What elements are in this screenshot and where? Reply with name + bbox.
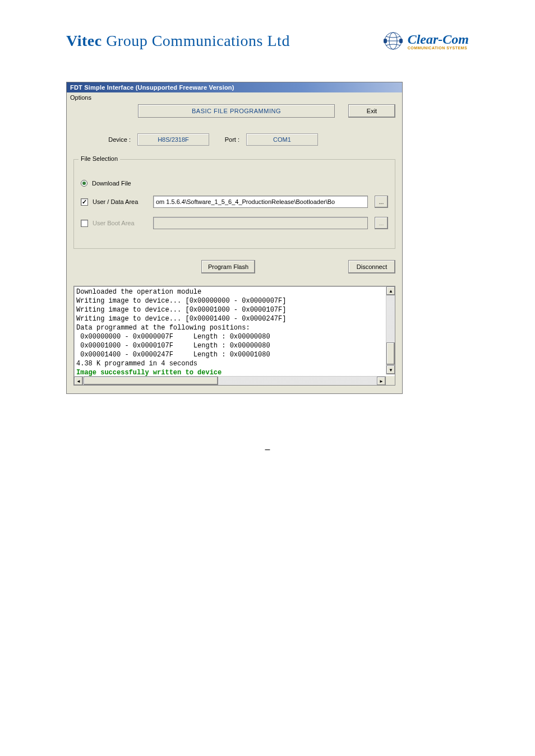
globe-icon xyxy=(383,31,403,51)
radio-icon xyxy=(81,180,87,187)
logo-subtext: COMMUNICATION SYSTEMS xyxy=(408,46,467,50)
user-boot-label: User Boot Area xyxy=(93,220,149,226)
device-field: H8S/2318F xyxy=(137,133,209,146)
exit-button-label: Exit xyxy=(367,108,377,114)
footer-dash: – xyxy=(66,444,469,454)
fdt-window: FDT Simple Interface (Unsupported Freewa… xyxy=(66,82,403,394)
scroll-up-icon[interactable]: ▲ xyxy=(386,286,395,295)
logo-brand-text: Clear-Com xyxy=(408,33,469,46)
menu-options-label: Options xyxy=(70,94,91,101)
company-name-bold: Vitec xyxy=(66,32,102,49)
panel-title: BASIC FILE PROGRAMMING xyxy=(138,104,335,118)
user-data-checkbox[interactable] xyxy=(81,198,88,206)
ellipsis-icon: ... xyxy=(379,199,384,205)
menu-options[interactable]: Options xyxy=(67,92,402,104)
download-file-radio-row[interactable]: Download File xyxy=(81,180,388,187)
device-label: Device : xyxy=(73,136,134,143)
user-data-path-field[interactable]: om 1.5.6.4\Software_1_5_6_4_ProductionRe… xyxy=(153,196,368,208)
download-file-label: Download File xyxy=(92,180,131,187)
window-titlebar: FDT Simple Interface (Unsupported Freewa… xyxy=(67,82,402,92)
vertical-scrollbar[interactable]: ▲ ▼ xyxy=(386,286,395,374)
user-data-browse-button[interactable]: ... xyxy=(375,196,388,208)
port-field: COM1 xyxy=(246,133,318,146)
svg-rect-4 xyxy=(399,39,403,43)
port-label: Port : xyxy=(213,136,243,143)
user-boot-browse-button[interactable]: ... xyxy=(375,217,388,229)
company-name: Vitec Group Communications Ltd xyxy=(66,32,290,50)
exit-button[interactable]: Exit xyxy=(348,104,395,118)
scroll-right-icon[interactable]: ► xyxy=(377,377,386,386)
scroll-corner xyxy=(386,376,395,385)
scroll-thumb-h[interactable] xyxy=(84,377,218,385)
scroll-down-icon[interactable]: ▼ xyxy=(386,365,395,374)
user-boot-path-field xyxy=(153,217,368,229)
user-boot-checkbox[interactable] xyxy=(81,220,88,227)
horizontal-scrollbar[interactable]: ◄ ► xyxy=(74,376,386,385)
disconnect-label: Disconnect xyxy=(357,263,387,270)
disconnect-button[interactable]: Disconnect xyxy=(348,260,395,273)
company-name-light: Group Communications Ltd xyxy=(102,32,290,49)
program-flash-button[interactable]: Program Flash xyxy=(201,260,255,273)
file-selection-legend: File Selection xyxy=(79,155,120,162)
log-output: Downloaded the operation module Writing … xyxy=(73,286,395,386)
svg-rect-3 xyxy=(384,39,387,43)
file-selection-group: File Selection Download File User / Data… xyxy=(73,159,395,249)
program-flash-label: Program Flash xyxy=(208,263,248,270)
user-data-label: User / Data Area xyxy=(93,198,149,205)
ellipsis-icon: ... xyxy=(379,220,384,226)
scroll-left-icon[interactable]: ◄ xyxy=(74,377,83,386)
page-header: Vitec Group Communications Ltd Clear-Com… xyxy=(66,31,469,51)
scroll-thumb[interactable] xyxy=(386,342,395,365)
brand-logo: Clear-Com COMMUNICATION SYSTEMS xyxy=(383,31,469,51)
